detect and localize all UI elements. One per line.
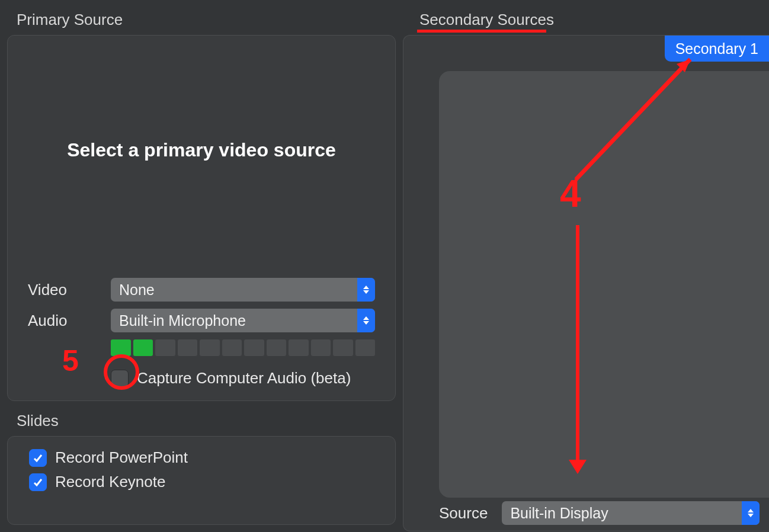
meter-segment	[244, 339, 264, 356]
capture-computer-audio-checkbox[interactable]	[111, 370, 129, 387]
secondary-column: Secondary Sources Secondary 1 Source Bui…	[403, 0, 769, 532]
slides-row: Record Keynote	[29, 473, 374, 491]
updown-icon	[357, 309, 375, 332]
meter-segment	[133, 339, 153, 356]
slides-label: Record PowerPoint	[55, 448, 188, 467]
video-label: Video	[28, 281, 111, 299]
annotation-underline	[417, 30, 546, 33]
meter-segment	[289, 339, 309, 356]
secondary-1-tab[interactable]: Secondary 1	[665, 36, 769, 62]
updown-icon	[742, 501, 760, 525]
meter-segment	[155, 339, 175, 356]
slides-checkbox-1[interactable]	[29, 473, 47, 491]
audio-row: Audio Built-in Microphone	[28, 309, 375, 332]
video-select-value: None	[111, 281, 357, 299]
secondary-panel: Secondary 1 Source Built-in Display	[403, 35, 769, 531]
capture-computer-audio-row: Capture Computer Audio (beta)	[111, 369, 375, 387]
video-row: Video None	[28, 278, 375, 302]
secondary-source-row: Source Built-in Display	[439, 501, 760, 525]
meter-segment	[200, 339, 220, 356]
source-select-value: Built-in Display	[502, 505, 742, 522]
primary-column: Primary Source Select a primary video so…	[0, 0, 403, 532]
source-label: Source	[439, 504, 488, 523]
capture-computer-audio-label: Capture Computer Audio (beta)	[137, 369, 351, 387]
primary-source-title: Primary Source	[0, 0, 403, 35]
meter-segment	[355, 339, 376, 356]
meter-segment	[178, 339, 198, 356]
audio-level-meter	[111, 339, 375, 356]
meter-segment	[267, 339, 287, 356]
slides-row: Record PowerPoint	[29, 448, 374, 467]
audio-label: Audio	[28, 312, 111, 330]
source-select[interactable]: Built-in Display	[502, 501, 760, 525]
slides-title: Slides	[0, 401, 403, 436]
primary-form: Video None Audio Built-in Microphone	[28, 271, 375, 387]
primary-placeholder-text: Select a primary video source	[8, 139, 395, 161]
meter-segment	[311, 339, 331, 356]
meter-segment	[222, 339, 242, 356]
slides-checkbox-0[interactable]	[29, 449, 47, 467]
slides-label: Record Keynote	[55, 473, 165, 491]
meter-segment	[111, 339, 131, 356]
audio-select-value: Built-in Microphone	[111, 312, 357, 329]
audio-select[interactable]: Built-in Microphone	[111, 309, 375, 332]
audio-meter-row	[28, 339, 375, 356]
updown-icon	[357, 278, 375, 302]
meter-segment	[333, 339, 353, 356]
primary-source-panel: Select a primary video source Video None…	[7, 35, 396, 401]
slides-panel: Record PowerPointRecord Keynote	[7, 436, 396, 525]
secondary-preview	[439, 71, 769, 498]
video-select[interactable]: None	[111, 278, 375, 302]
